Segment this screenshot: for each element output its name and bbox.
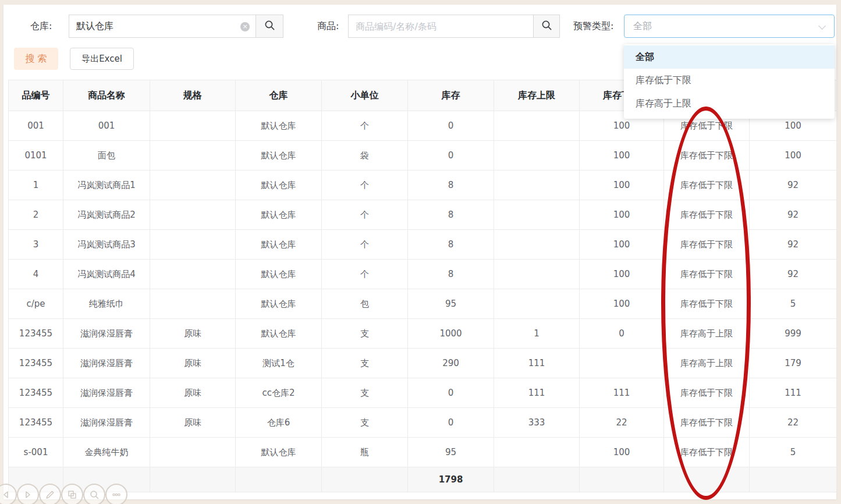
table-cell: 3 bbox=[9, 230, 63, 260]
table-cell: 原味 bbox=[150, 319, 236, 349]
table-cell: 8 bbox=[408, 171, 494, 200]
warning-type-select[interactable]: 全部 bbox=[624, 15, 835, 38]
table-cell bbox=[150, 171, 236, 200]
table-cell: 面包 bbox=[63, 141, 150, 171]
export-excel-button[interactable]: 导出Excel bbox=[70, 48, 134, 70]
column-header: 规格 bbox=[150, 80, 236, 111]
table-cell: 滋润保湿唇膏 bbox=[63, 378, 150, 408]
search-button[interactable]: 搜 索 bbox=[14, 48, 58, 70]
table-cell: 冯岚测试商品4 bbox=[63, 260, 150, 289]
table-cell: 0 bbox=[408, 141, 494, 171]
table-row[interactable]: 2冯岚测试商品2默认仓库个8100库存低于下限92 bbox=[9, 200, 837, 230]
table-cell: 123455 bbox=[9, 349, 63, 378]
table-cell: 22 bbox=[580, 408, 664, 438]
table-cell: 95 bbox=[408, 438, 494, 467]
total-cell: 1798 bbox=[408, 467, 494, 492]
warehouse-input[interactable] bbox=[69, 15, 256, 37]
table-cell: 92 bbox=[750, 171, 837, 200]
forward-arrow-icon[interactable] bbox=[17, 484, 39, 504]
table-row[interactable]: 123455滋润保湿唇膏原味默认仓库支100010库存高于上限999 bbox=[9, 319, 837, 349]
table-cell bbox=[494, 200, 580, 230]
column-header: 小单位 bbox=[322, 80, 408, 111]
table-cell: 个 bbox=[322, 111, 408, 141]
table-cell: 123455 bbox=[9, 408, 63, 438]
table-row[interactable]: 123455滋润保湿唇膏原味测试1仓支290111库存高于上限179 bbox=[9, 349, 837, 378]
table-cell: 个 bbox=[322, 200, 408, 230]
product-search-button[interactable] bbox=[533, 15, 560, 38]
table-cell: 001 bbox=[63, 111, 150, 141]
inventory-warning-page: 仓库: × 商品: 预警类型: 全部 搜 索 导出Excel 品编号商品名称规格… bbox=[0, 0, 841, 504]
table-cell: 仓库6 bbox=[236, 408, 322, 438]
warning-type-dropdown: 全部库存低于下限库存高于上限 bbox=[624, 44, 835, 119]
annotation-toolbar bbox=[0, 484, 127, 504]
table-cell: 290 bbox=[408, 349, 494, 378]
table-cell bbox=[494, 141, 580, 171]
dropdown-option[interactable]: 全部 bbox=[624, 45, 835, 69]
table-cell: 包 bbox=[322, 289, 408, 319]
table-cell: 95 bbox=[408, 289, 494, 319]
table-cell: 111 bbox=[494, 349, 580, 378]
table-cell: 库存低于下限 bbox=[664, 378, 750, 408]
table-cell bbox=[150, 200, 236, 230]
column-header: 仓库 bbox=[236, 80, 322, 111]
table-cell bbox=[494, 260, 580, 289]
table-cell: 111 bbox=[750, 378, 837, 408]
table-cell: 库存低于下限 bbox=[664, 171, 750, 200]
total-cell bbox=[580, 467, 664, 492]
total-cell bbox=[322, 467, 408, 492]
table-cell: 支 bbox=[322, 349, 408, 378]
table-cell bbox=[494, 438, 580, 467]
windows-icon[interactable] bbox=[61, 484, 83, 504]
product-input[interactable] bbox=[349, 15, 533, 37]
table-row[interactable]: s-001金典纯牛奶默认仓库瓶95100库存低于下限5 bbox=[9, 438, 837, 467]
product-input-box bbox=[348, 15, 534, 38]
table-row[interactable]: 123455滋润保湿唇膏原味cc仓库2支0111111库存低于下限111 bbox=[9, 378, 837, 408]
table-cell: 5 bbox=[750, 289, 837, 319]
table-cell: 8 bbox=[408, 260, 494, 289]
table-cell: 支 bbox=[322, 319, 408, 349]
product-label: 商品: bbox=[317, 19, 339, 33]
table-cell: 个 bbox=[322, 260, 408, 289]
table-cell: 库存低于下限 bbox=[664, 141, 750, 171]
table-cell: 1000 bbox=[408, 319, 494, 349]
pencil-icon[interactable] bbox=[39, 484, 61, 504]
table-cell: 冯岚测试商品2 bbox=[63, 200, 150, 230]
column-header: 库存上限 bbox=[494, 80, 580, 111]
magnifier-icon[interactable] bbox=[83, 484, 105, 504]
table-cell: 1 bbox=[494, 319, 580, 349]
table-cell: 默认仓库 bbox=[236, 289, 322, 319]
table-cell bbox=[150, 230, 236, 260]
table-cell: 支 bbox=[322, 378, 408, 408]
table-row[interactable]: 4冯岚测试商品4默认仓库个8100库存低于下限92 bbox=[9, 260, 837, 289]
table-cell: 冯岚测试商品3 bbox=[63, 230, 150, 260]
table-cell: 瓶 bbox=[322, 438, 408, 467]
table-cell bbox=[150, 111, 236, 141]
table-cell: 默认仓库 bbox=[236, 141, 322, 171]
warehouse-search-button[interactable] bbox=[256, 15, 283, 38]
table-row[interactable]: 3冯岚测试商品3默认仓库个8100库存低于下限92 bbox=[9, 230, 837, 260]
table-cell: 滋润保湿唇膏 bbox=[63, 349, 150, 378]
total-cell bbox=[236, 467, 322, 492]
warehouse-label: 仓库: bbox=[30, 19, 52, 33]
dropdown-option[interactable]: 库存高于上限 bbox=[624, 92, 835, 115]
ellipsis-icon[interactable] bbox=[105, 484, 127, 504]
table-cell: 默认仓库 bbox=[236, 111, 322, 141]
dropdown-option[interactable]: 库存低于下限 bbox=[624, 69, 835, 92]
table-cell: 8 bbox=[408, 200, 494, 230]
clear-icon[interactable]: × bbox=[240, 22, 250, 31]
chevron-down-icon bbox=[818, 22, 826, 30]
back-arrow-icon[interactable] bbox=[0, 484, 17, 504]
table-row[interactable]: 0101面包默认仓库袋0100库存低于下限100 bbox=[9, 141, 837, 171]
table-cell: 333 bbox=[494, 408, 580, 438]
table-cell: 2 bbox=[9, 200, 63, 230]
table-row[interactable]: c/pe纯雅纸巾默认仓库包95100库存低于下限5 bbox=[9, 289, 837, 319]
table-cell: 100 bbox=[580, 438, 664, 467]
table-row[interactable]: 123455滋润保湿唇膏原味仓库6支033322库存低于下限22 bbox=[9, 408, 837, 438]
table-cell bbox=[494, 111, 580, 141]
select-value: 全部 bbox=[633, 20, 652, 33]
table-cell: 22 bbox=[750, 408, 837, 438]
table-cell: c/pe bbox=[9, 289, 63, 319]
table-cell: 金典纯牛奶 bbox=[63, 438, 150, 467]
table-row[interactable]: 1冯岚测试商品1默认仓库个8100库存低于下限92 bbox=[9, 171, 837, 200]
table-cell: 测试1仓 bbox=[236, 349, 322, 378]
